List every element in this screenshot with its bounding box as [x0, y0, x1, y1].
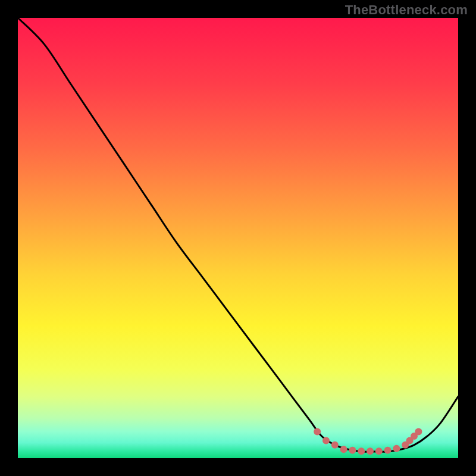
curve-layer: [18, 18, 458, 458]
marker-point: [375, 447, 383, 455]
watermark-text: TheBottleneck.com: [345, 2, 468, 18]
marker-point: [349, 447, 356, 454]
marker-point: [367, 447, 374, 455]
marker-point: [384, 447, 392, 454]
marker-point: [322, 437, 330, 444]
marker-point: [331, 441, 339, 449]
marker-point: [340, 446, 347, 453]
marker-point: [393, 445, 400, 452]
plot-area: [18, 18, 458, 458]
marker-point: [314, 428, 321, 436]
marker-point: [415, 428, 422, 436]
bottleneck-curve: [18, 18, 458, 452]
marker-point: [358, 447, 365, 455]
chart-frame: TheBottleneck.com: [0, 0, 476, 476]
